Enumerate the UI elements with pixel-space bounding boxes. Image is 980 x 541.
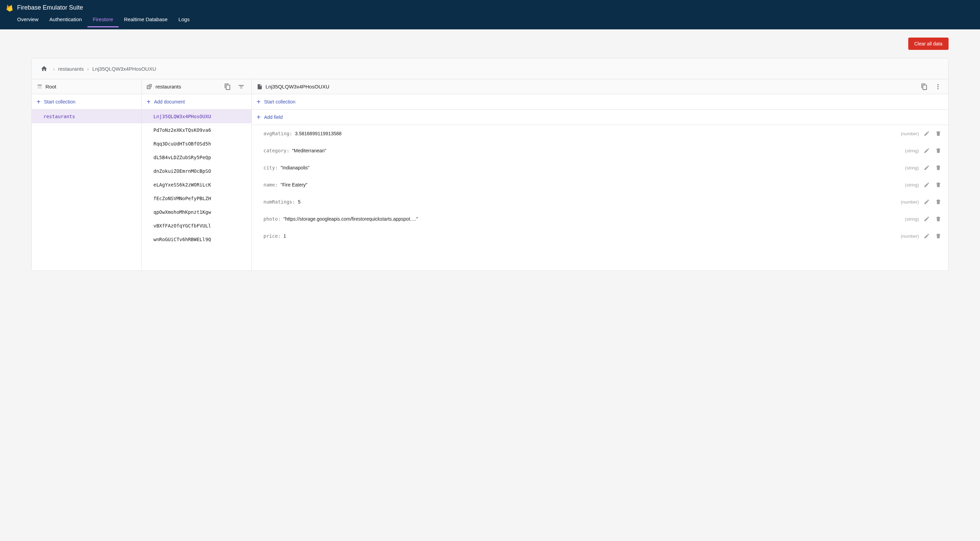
more-vert-icon[interactable]	[932, 81, 943, 92]
field-key: city:	[264, 165, 278, 170]
tab-overview[interactable]: Overview	[12, 12, 44, 27]
svg-point-1	[937, 86, 938, 87]
field-type: (string)	[905, 148, 919, 153]
list-item[interactable]: fEcZoNSVMNoPefyPBLZH	[142, 192, 251, 205]
edit-icon[interactable]	[921, 163, 932, 173]
tab-authentication[interactable]: Authentication	[44, 12, 88, 27]
add-field-button[interactable]: + Add field	[252, 109, 948, 125]
list-item[interactable]: vBXfFAzOfqYGCfbFVULl	[142, 219, 251, 233]
clear-all-data-button[interactable]: Clear all data	[908, 38, 949, 50]
copy-icon[interactable]	[919, 81, 930, 92]
field-type: (string)	[905, 217, 919, 222]
document-column-title: Lnj35QLQW3x4PHosOUXU	[266, 84, 329, 89]
edit-icon[interactable]	[921, 129, 932, 139]
start-collection-button[interactable]: + Start collection	[32, 94, 142, 109]
field-key: photo:	[264, 216, 281, 222]
list-item[interactable]: Rqq3DcuUdHTsOBfOSd5h	[142, 137, 251, 151]
add-document-button[interactable]: + Add document	[142, 94, 251, 109]
field-type: (number)	[901, 131, 919, 136]
delete-icon[interactable]	[933, 197, 943, 207]
columns: Root + Start collection restaurants rest…	[32, 79, 948, 271]
list-item[interactable]: qpOwXmohoMhKpnzt1Kgw	[142, 205, 251, 219]
field-row: photo:"https://storage.googleapis.com/fi…	[252, 210, 948, 227]
plus-icon: +	[37, 98, 41, 105]
field-key: name:	[264, 182, 278, 187]
plus-icon: +	[257, 98, 261, 105]
chevron-right-icon: ›	[53, 66, 55, 72]
field-row: city:"Indianapolis"(string)	[252, 159, 948, 176]
list-item[interactable]: restaurants	[32, 109, 142, 123]
list-item[interactable]: Lnj35QLQW3x4PHosOUXU	[142, 109, 251, 123]
edit-icon[interactable]	[921, 197, 932, 207]
field-row: category:"Mediterranean"(string)	[252, 142, 948, 159]
field-value: "Mediterranean"	[292, 148, 902, 153]
svg-point-0	[937, 84, 938, 85]
field-value: "Fire Eatery"	[280, 182, 902, 187]
list-item[interactable]: Pd7oNz2eXKxTQsKO9va6	[142, 123, 251, 137]
field-type: (string)	[905, 165, 919, 170]
collection-column-title: restaurants	[156, 84, 181, 89]
chevron-right-icon: ›	[87, 66, 89, 72]
field-type: (string)	[905, 182, 919, 187]
delete-icon[interactable]	[933, 163, 943, 173]
list-item[interactable]: dnZokuiZOEmrnMOcBpSO	[142, 164, 251, 178]
edit-icon[interactable]	[921, 214, 932, 224]
tab-logs[interactable]: Logs	[173, 12, 195, 27]
actions-bar: Clear all data	[0, 29, 980, 50]
root-list: restaurants	[32, 109, 142, 271]
fields-list: avgRating:3.5816899119913588(number)cate…	[252, 125, 948, 271]
delete-icon[interactable]	[933, 231, 943, 241]
database-icon	[37, 84, 43, 90]
delete-icon[interactable]	[933, 146, 943, 156]
delete-icon[interactable]	[933, 214, 943, 224]
field-type: (number)	[901, 200, 919, 205]
collection-list: Lnj35QLQW3x4PHosOUXUPd7oNz2eXKxTQsKO9va6…	[142, 109, 251, 271]
collection-column: restaurants + Add document Lnj35QLQW3x4P…	[142, 79, 252, 271]
field-value: "Indianapolis"	[280, 165, 902, 170]
firebase-logo-icon	[5, 3, 14, 12]
delete-icon[interactable]	[933, 129, 943, 139]
plus-icon: +	[146, 98, 151, 105]
edit-icon[interactable]	[921, 180, 932, 190]
list-item[interactable]: wnRoGUiCTv6hRBWELl9Q	[142, 233, 251, 246]
app-title: Firebase Emulator Suite	[17, 4, 83, 11]
nav-tabs: OverviewAuthenticationFirestoreRealtime …	[0, 12, 980, 27]
list-item[interactable]: eLAgYxeSS6k2zWORiLcK	[142, 178, 251, 192]
field-row: name:"Fire Eatery"(string)	[252, 176, 948, 193]
field-value: 3.5816899119913588	[295, 131, 898, 136]
field-value: "https://storage.googleapis.com/firestor…	[283, 216, 902, 222]
breadcrumb: › restaurants › Lnj35QLQW3x4PHosOUXU	[32, 59, 948, 79]
firestore-panel: › restaurants › Lnj35QLQW3x4PHosOUXU Roo…	[32, 58, 948, 271]
root-column: Root + Start collection restaurants	[32, 79, 142, 271]
list-item[interactable]: dL5B4vLDZZubSRy5PeQp	[142, 151, 251, 164]
svg-point-2	[937, 88, 938, 89]
field-value: 1	[283, 233, 898, 239]
copy-icon[interactable]	[222, 81, 233, 92]
field-key: category:	[264, 148, 290, 153]
breadcrumb-segment[interactable]: restaurants	[58, 66, 84, 72]
plus-icon: +	[257, 114, 261, 121]
document-column: Lnj35QLQW3x4PHosOUXU + Start collection …	[252, 79, 948, 271]
root-column-title: Root	[45, 84, 56, 89]
delete-icon[interactable]	[933, 180, 943, 190]
field-row: avgRating:3.5816899119913588(number)	[252, 125, 948, 142]
field-key: numRatings:	[264, 199, 295, 205]
field-value: 5	[298, 199, 898, 205]
field-row: numRatings:5(number)	[252, 193, 948, 210]
edit-icon[interactable]	[921, 146, 932, 156]
tab-firestore[interactable]: Firestore	[88, 12, 119, 27]
breadcrumb-segment[interactable]: Lnj35QLQW3x4PHosOUXU	[92, 66, 156, 72]
document-icon	[257, 84, 263, 90]
field-type: (number)	[901, 233, 919, 239]
home-icon[interactable]	[38, 63, 49, 74]
field-key: avgRating:	[264, 131, 292, 136]
tab-realtime-database[interactable]: Realtime Database	[119, 12, 173, 27]
field-row: price:1(number)	[252, 227, 948, 244]
app-header: Firebase Emulator Suite OverviewAuthenti…	[0, 0, 980, 29]
start-collection-button[interactable]: + Start collection	[252, 94, 948, 109]
filter-icon[interactable]	[236, 81, 247, 92]
field-key: price:	[264, 233, 281, 239]
collection-icon	[146, 84, 153, 90]
edit-icon[interactable]	[921, 231, 932, 241]
